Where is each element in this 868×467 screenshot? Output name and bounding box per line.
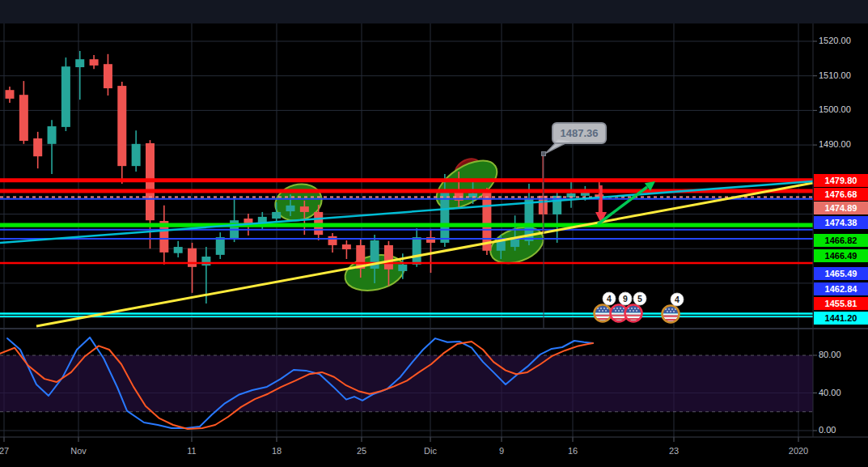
candle bbox=[6, 87, 15, 103]
price-level-tag: 1476.68 bbox=[814, 188, 868, 201]
time-axis-label: 27 bbox=[0, 446, 9, 456]
time-axis-label: 9 bbox=[499, 446, 504, 456]
flag-stripe bbox=[625, 313, 641, 315]
flag-badge-count: 5 bbox=[637, 294, 642, 304]
candle-body bbox=[104, 64, 112, 88]
candle-body bbox=[272, 212, 281, 219]
candle-body bbox=[413, 237, 421, 265]
price-level-tag: 1441.20 bbox=[814, 312, 868, 325]
flag-star bbox=[603, 308, 605, 309]
flag-star bbox=[620, 308, 621, 309]
time-axis-label: 2020 bbox=[789, 446, 808, 456]
flag-star bbox=[636, 310, 637, 312]
candle bbox=[33, 132, 42, 168]
chart-window: FOREXCOM:XAUUSD, 1D 1474.89 ▼ −1.36 (−0.… bbox=[0, 0, 868, 467]
candle bbox=[19, 81, 28, 144]
flag-stripe bbox=[595, 316, 611, 318]
candle-body bbox=[75, 59, 84, 67]
candle-body bbox=[117, 86, 126, 166]
candle bbox=[61, 57, 70, 131]
flag-star bbox=[616, 308, 618, 309]
candle-body bbox=[19, 95, 28, 141]
price-level-tag: 1466.82 bbox=[814, 234, 868, 247]
candle bbox=[188, 243, 197, 293]
flag-stripe bbox=[625, 316, 641, 318]
flag-stripe bbox=[595, 313, 611, 315]
candle bbox=[132, 130, 141, 172]
time-axis-label: 11 bbox=[187, 446, 196, 456]
flag-star bbox=[670, 311, 671, 312]
candle-body bbox=[342, 244, 351, 249]
candle-body bbox=[61, 66, 70, 127]
price-callout[interactable]: 1487.36 bbox=[542, 123, 607, 156]
price-axis-label: 1490.00 bbox=[819, 139, 866, 149]
price-axis-label: 1520.00 bbox=[819, 36, 866, 45]
candle-body bbox=[440, 190, 449, 243]
candle bbox=[48, 120, 57, 174]
price-level-tag: 1479.80 bbox=[814, 174, 868, 187]
flag-star bbox=[599, 310, 600, 312]
flag-badge-count: 9 bbox=[623, 294, 628, 304]
price-level-tag: 1462.84 bbox=[814, 282, 868, 295]
candle bbox=[328, 233, 337, 253]
price-level-tag: 1455.81 bbox=[814, 297, 868, 310]
callout-anchor bbox=[542, 152, 546, 156]
candle bbox=[216, 232, 225, 259]
callout-text: 1487.36 bbox=[561, 127, 599, 139]
stoch-axis-label: 0.00 bbox=[819, 425, 866, 435]
flag-star bbox=[618, 310, 620, 312]
flag-star bbox=[621, 310, 623, 312]
candle-body bbox=[398, 265, 407, 271]
flag-badge-count: 4 bbox=[675, 295, 680, 304]
candle bbox=[539, 154, 548, 232]
candle-body bbox=[216, 237, 225, 255]
candle-body bbox=[33, 138, 42, 156]
chart-canvas[interactable]: 49541487.36 bbox=[0, 0, 868, 467]
flag-star bbox=[605, 310, 607, 312]
candle-body bbox=[384, 245, 393, 270]
candle bbox=[413, 228, 421, 267]
candle-body bbox=[497, 241, 506, 251]
flag-star bbox=[600, 308, 602, 309]
candle-body bbox=[90, 59, 99, 66]
candle bbox=[342, 240, 351, 259]
flag-star bbox=[668, 308, 670, 310]
candle-body bbox=[188, 248, 197, 267]
flag-badge-count: 4 bbox=[607, 294, 612, 304]
price-level-tag: 1474.89 bbox=[814, 202, 868, 214]
flag-star bbox=[667, 311, 668, 312]
candle-body bbox=[300, 206, 309, 212]
candle bbox=[230, 197, 239, 242]
candle-body bbox=[174, 247, 183, 253]
candle bbox=[104, 54, 112, 96]
price-axis-label: 1510.00 bbox=[819, 70, 866, 80]
stoch-axis-label: 80.00 bbox=[819, 350, 866, 359]
time-axis-label: 23 bbox=[669, 446, 679, 456]
flag-stripe bbox=[663, 316, 679, 317]
candle bbox=[75, 51, 84, 100]
time-axis-label: 16 bbox=[568, 446, 578, 456]
candle-body bbox=[328, 236, 337, 245]
stoch-axis-label: 40.00 bbox=[819, 388, 866, 397]
flag-star bbox=[629, 310, 631, 312]
candle-body bbox=[48, 126, 57, 144]
candle bbox=[426, 229, 435, 273]
price-level-tag: 1474.38 bbox=[814, 216, 868, 229]
price-level-tag: 1466.49 bbox=[814, 249, 868, 262]
price-axis-label: 1500.00 bbox=[819, 104, 866, 114]
candle bbox=[90, 55, 99, 69]
flag-stripe bbox=[625, 315, 641, 316]
time-axis-label: Dic bbox=[424, 446, 437, 456]
time-axis-label: 25 bbox=[357, 446, 366, 456]
flag-star bbox=[634, 308, 636, 309]
candle-body bbox=[286, 206, 295, 211]
time-axis-label: 18 bbox=[272, 446, 282, 456]
flag-stripe bbox=[663, 317, 679, 319]
candle-body bbox=[201, 257, 210, 265]
price-level-tag: 1465.49 bbox=[814, 267, 868, 280]
time-axis-label: Nov bbox=[70, 446, 87, 456]
candle bbox=[174, 241, 183, 257]
flag-star bbox=[615, 310, 616, 312]
flag-star bbox=[602, 310, 603, 312]
candle bbox=[553, 190, 561, 243]
